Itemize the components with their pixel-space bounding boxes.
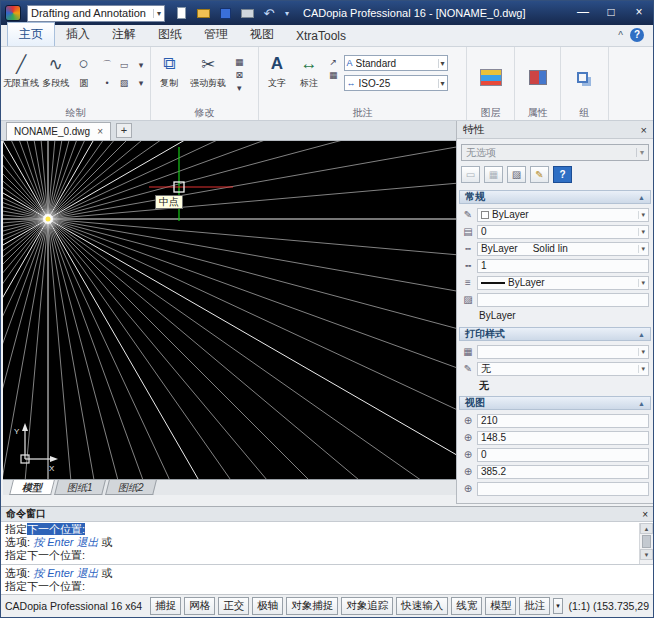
grid-toggle[interactable]: 网格	[184, 597, 215, 615]
titlebar: Drafting and Annotation ▾ ↶ ▾ CADopia Pr…	[1, 1, 653, 25]
view-height-field[interactable]: 385.2	[477, 465, 649, 479]
tab-home[interactable]: 主页	[7, 22, 55, 46]
section-general[interactable]: 常规 ▲	[459, 190, 651, 204]
layout-tab-sheet2[interactable]: 图纸2	[105, 480, 156, 495]
quickinput-toggle[interactable]: 快速输入	[396, 597, 448, 615]
workspace-select[interactable]: Drafting and Annotation ▾	[27, 5, 165, 22]
enter-exit-link[interactable]: 按 Enter 退出	[33, 567, 98, 579]
snap-toggle[interactable]: 捕捉	[150, 597, 181, 615]
enter-exit-link[interactable]: 按 Enter 退出	[33, 536, 98, 548]
command-scrollbar[interactable]: ▲ ▼	[639, 523, 653, 564]
modify-tool-button[interactable]: ✂ 强动剪载	[185, 49, 231, 106]
arc-button[interactable]: ⌒	[100, 57, 114, 72]
transparency-field[interactable]	[477, 293, 649, 307]
toggle-value-button[interactable]: ▨	[507, 166, 526, 183]
leader-button[interactable]: ↗	[329, 57, 338, 67]
tab-xtratools[interactable]: XtraTools	[285, 26, 357, 46]
layer-value-select[interactable]: 0 ▾	[477, 225, 649, 239]
view-cy-value: 148.5	[481, 432, 506, 443]
annotation-toggle[interactable]: 批注	[519, 597, 550, 615]
polyline-button[interactable]: ∿ 多段线	[39, 49, 72, 106]
view-extra-field[interactable]	[477, 482, 649, 496]
draw-more-icon[interactable]: ▾	[134, 75, 148, 90]
scroll-up-icon[interactable]: ▲	[640, 523, 653, 534]
tab-close-icon[interactable]: ×	[97, 126, 103, 137]
hatch-button[interactable]: ▨	[117, 75, 131, 90]
drawing-canvas[interactable]: Y X	[3, 141, 457, 479]
copy-button[interactable]: ⧉ 复制	[153, 49, 185, 106]
selection-filter-select[interactable]: 无选项 ▾	[461, 144, 649, 161]
ortho-toggle[interactable]: 正交	[218, 597, 249, 615]
rectangle-button[interactable]: ▭	[117, 57, 131, 72]
ltscale-field[interactable]: 1	[477, 259, 649, 273]
status-more-icon[interactable]: ▾	[553, 598, 563, 614]
undo-button[interactable]: ↶	[261, 5, 277, 21]
infinite-line-button[interactable]: ╱ 无限直线	[3, 49, 39, 106]
scroll-down-icon[interactable]: ▼	[640, 549, 653, 560]
section-view[interactable]: 视图 ▲	[459, 396, 651, 410]
polar-toggle[interactable]: 极轴	[252, 597, 283, 615]
minimize-button[interactable]: —	[569, 1, 597, 25]
array-button[interactable]: ▦	[235, 57, 244, 67]
maximize-button[interactable]: □	[597, 1, 625, 25]
section-plot-style[interactable]: 打印样式 ▲	[459, 327, 651, 341]
tab-manage[interactable]: 管理	[193, 23, 239, 46]
tab-insert[interactable]: 插入	[55, 23, 101, 46]
linetype-value-select[interactable]: ByLayer Solid lin ▾	[477, 242, 649, 256]
open-button[interactable]	[195, 5, 211, 21]
customize-button[interactable]: ✎	[530, 166, 549, 183]
command-input-area[interactable]: 选项: 按 Enter 退出 或 指定下一个位置:	[1, 564, 653, 596]
point-button[interactable]: •	[100, 75, 114, 90]
model-toggle[interactable]: 模型	[485, 597, 516, 615]
color-value: ByLayer	[492, 209, 529, 220]
view-cz-field[interactable]: 0	[477, 448, 649, 462]
chevron-up-icon[interactable]: ^	[618, 30, 623, 41]
otrack-toggle[interactable]: 对象追踪	[341, 597, 393, 615]
view-cy-field[interactable]: 148.5	[477, 431, 649, 445]
layout-tab-sheet1[interactable]: 图纸1	[54, 480, 105, 495]
document-tab[interactable]: NONAME_0.dwg ×	[6, 122, 111, 140]
dimension-button[interactable]: ↔ 标注	[293, 49, 325, 106]
view-cx-field[interactable]: 210	[477, 414, 649, 428]
new-button[interactable]	[173, 5, 189, 21]
close-button[interactable]: ×	[625, 1, 653, 25]
erase-button[interactable]: ⊠	[235, 70, 244, 80]
close-icon[interactable]: ×	[641, 124, 647, 136]
plot-table-icon: ▦	[459, 346, 477, 357]
draw-more-icon[interactable]: ▾	[134, 57, 148, 72]
drawing-area[interactable]: Y X 中点	[3, 141, 457, 479]
print-button[interactable]	[239, 5, 255, 21]
command-prompt[interactable]: 指定下一个位置:	[1, 580, 653, 593]
layers-icon[interactable]	[480, 69, 502, 86]
toolbar-more-button[interactable]: ▾	[283, 5, 291, 21]
color-value-select[interactable]: ByLayer ▾	[477, 208, 649, 222]
view-coord-icon: ⊕	[459, 483, 477, 494]
select-entities-button[interactable]: ▭	[461, 166, 480, 183]
dim-style-select[interactable]: ↔ ISO-25 ▾	[344, 75, 448, 91]
layout-tab-model[interactable]: 模型	[9, 480, 55, 495]
properties-icon[interactable]	[529, 70, 547, 85]
circle-button[interactable]: ○ 圆	[72, 49, 95, 106]
osnap-toggle[interactable]: 对象捕捉	[286, 597, 338, 615]
app-icon	[5, 5, 21, 21]
help-button[interactable]: ?	[553, 166, 572, 183]
new-tab-button[interactable]: +	[116, 123, 132, 138]
tab-view[interactable]: 视图	[239, 23, 285, 46]
command-history[interactable]: 指定下一个位置: 选项: 按 Enter 退出 或 指定下一个位置:	[1, 523, 639, 564]
quick-select-button[interactable]: ▦	[484, 166, 503, 183]
close-icon[interactable]: ×	[642, 509, 648, 520]
help-icon[interactable]: ?	[630, 28, 644, 42]
save-button[interactable]	[217, 5, 233, 21]
tab-annotate[interactable]: 注解	[101, 23, 147, 46]
modify-more-icon[interactable]: ▾	[235, 83, 244, 93]
table-button[interactable]: ▦	[329, 70, 338, 80]
text-button[interactable]: A 文字	[261, 49, 293, 106]
lineweight-value-select[interactable]: ByLayer ▾	[477, 276, 649, 290]
tab-sheet[interactable]: 图纸	[147, 23, 193, 46]
plot-style-select[interactable]: 无 ▾	[477, 362, 649, 376]
scrollbar-thumb[interactable]	[642, 535, 651, 548]
lineweight-toggle[interactable]: 线宽	[451, 597, 482, 615]
text-style-select[interactable]: A Standard ▾	[344, 55, 448, 71]
plot-table-select[interactable]: ▾	[477, 345, 649, 359]
group-icon[interactable]	[577, 72, 588, 83]
